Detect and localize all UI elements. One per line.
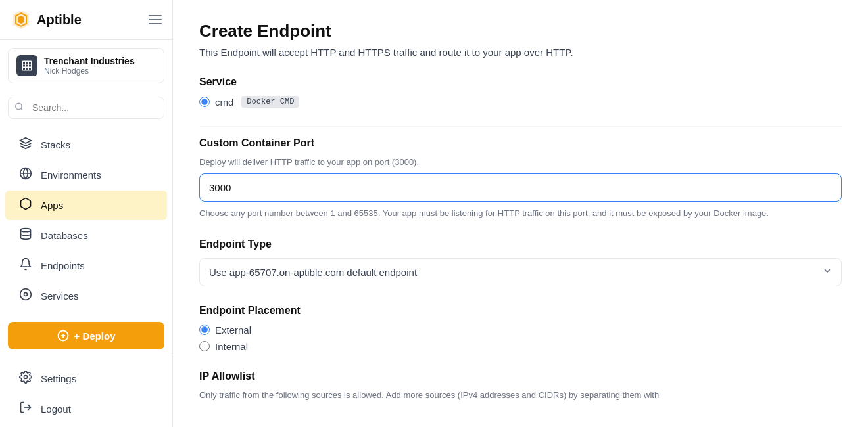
svg-point-6: [21, 229, 31, 232]
sidebar: Aptible Trenchant Industries Nick Hodges: [0, 0, 173, 427]
main-content: Create Endpoint This Endpoint will accep…: [173, 0, 868, 427]
port-input[interactable]: [199, 173, 842, 202]
port-help-text: Choose any port number between 1 and 655…: [199, 207, 842, 220]
environments-icon: [18, 167, 33, 183]
endpoint-type-select[interactable]: Use app-65707.on-aptible.com default end…: [199, 258, 842, 286]
sidebar-item-services[interactable]: Services: [5, 281, 167, 311]
service-badge: Docker CMD: [241, 96, 299, 108]
stacks-label: Stacks: [41, 139, 70, 150]
endpoint-type-select-wrapper: Use app-65707.on-aptible.com default end…: [199, 258, 842, 286]
nav-list: Stacks Environments Apps: [0, 124, 172, 317]
endpoint-type-section: Endpoint Type Use app-65707.on-aptible.c…: [199, 238, 842, 286]
port-description: Deploy will deliver HTTP traffic to your…: [199, 157, 842, 167]
page-title: Create Endpoint: [199, 21, 842, 41]
sidebar-item-databases[interactable]: Databases: [5, 221, 167, 250]
ip-allowlist-section: IP Allowlist Only traffic from the follo…: [199, 371, 842, 400]
placement-internal-label: Internal: [215, 341, 248, 352]
deploy-button[interactable]: + Deploy: [8, 322, 164, 349]
placement-external-label: External: [215, 325, 251, 336]
divider-1: [199, 126, 842, 127]
org-user: Nick Hodges: [44, 66, 135, 76]
databases-icon: [18, 227, 33, 244]
sidebar-item-settings[interactable]: Settings: [5, 364, 167, 393]
search-box: [8, 97, 164, 119]
ip-allowlist-label: IP Allowlist: [199, 371, 842, 382]
settings-icon: [18, 371, 33, 387]
logo[interactable]: Aptible: [11, 9, 82, 30]
menu-toggle[interactable]: [149, 15, 162, 24]
svg-point-7: [24, 293, 28, 296]
placement-external-radio[interactable]: [199, 325, 210, 335]
sidebar-item-logout[interactable]: Logout: [5, 394, 167, 424]
logo-text: Aptible: [37, 12, 82, 28]
ip-allowlist-description: Only traffic from the following sources …: [199, 390, 842, 400]
sidebar-item-environments[interactable]: Environments: [5, 160, 167, 190]
svg-rect-3: [22, 61, 32, 70]
sidebar-item-apps[interactable]: Apps: [5, 191, 167, 220]
endpoints-label: Endpoints: [41, 260, 85, 271]
port-section: Custom Container Port Deploy will delive…: [199, 137, 842, 220]
page-subtitle: This Endpoint will accept HTTP and HTTPS…: [199, 47, 842, 58]
svg-point-9: [24, 376, 28, 379]
org-icon: [16, 55, 37, 76]
apps-label: Apps: [41, 200, 63, 211]
placement-internal-option[interactable]: Internal: [199, 341, 842, 352]
placement-internal-radio[interactable]: [199, 341, 210, 351]
services-label: Services: [41, 290, 79, 302]
sidebar-item-endpoints[interactable]: Endpoints: [5, 251, 167, 281]
logout-label: Logout: [41, 403, 71, 415]
search-icon: [14, 102, 24, 114]
service-radio-input[interactable]: [199, 97, 210, 107]
org-selector[interactable]: Trenchant Industries Nick Hodges: [8, 48, 164, 83]
svg-marker-2: [18, 16, 24, 24]
endpoints-icon: [18, 258, 33, 274]
endpoint-type-label: Endpoint Type: [199, 238, 842, 250]
service-radio-cmd[interactable]: cmd Docker CMD: [199, 96, 842, 108]
search-input[interactable]: [8, 97, 164, 119]
endpoint-placement-label: Endpoint Placement: [199, 305, 842, 317]
sidebar-item-stacks[interactable]: Stacks: [5, 130, 167, 160]
svg-point-4: [16, 103, 22, 109]
service-section: Service cmd Docker CMD: [199, 76, 842, 108]
stacks-icon: [18, 137, 33, 153]
org-info: Trenchant Industries Nick Hodges: [44, 56, 135, 76]
environments-label: Environments: [41, 169, 101, 181]
footer-nav: Settings Logout: [0, 364, 172, 427]
port-section-label: Custom Container Port: [199, 137, 842, 149]
settings-label: Settings: [41, 373, 76, 384]
apps-icon: [18, 197, 33, 214]
endpoint-placement-section: Endpoint Placement External Internal: [199, 305, 842, 352]
services-icon: [18, 288, 33, 304]
deploy-label: + Deploy: [74, 330, 116, 342]
databases-label: Databases: [41, 230, 88, 241]
logout-icon: [18, 401, 33, 417]
service-radio-label: cmd: [215, 97, 233, 108]
service-section-label: Service: [199, 76, 842, 88]
placement-external-option[interactable]: External: [199, 325, 842, 336]
sidebar-header: Aptible: [0, 0, 172, 40]
sidebar-footer: Settings Logout DOCS SUPPORT INSTALL CLI: [0, 355, 172, 427]
org-name: Trenchant Industries: [44, 56, 135, 66]
